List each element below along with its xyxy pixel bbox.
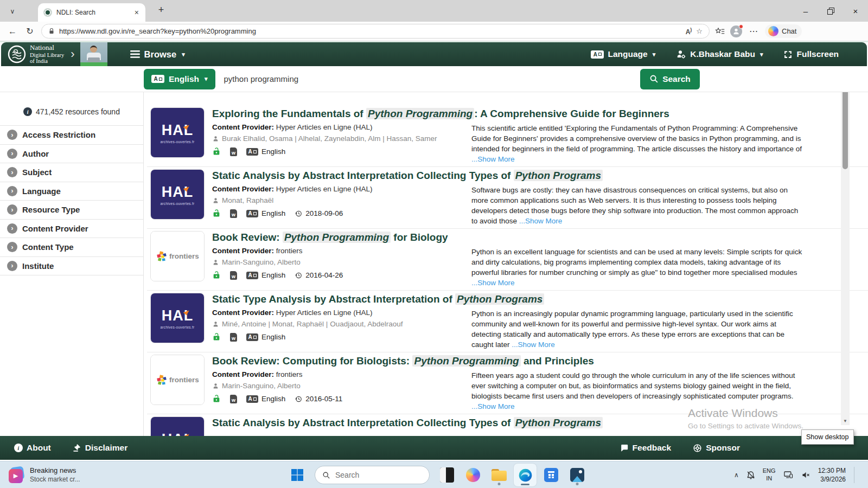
volume-muted-icon[interactable] (801, 470, 811, 480)
browse-menu[interactable]: Browse ▾ (130, 49, 185, 60)
result-title[interactable]: Book Review: Computing for Biologists: P… (212, 355, 804, 368)
copilot-chat-button[interactable]: Chat (765, 24, 802, 38)
result-thumbnail[interactable]: HAL archives-ouvertes.fr frontiers (150, 355, 205, 405)
result-thumbnail[interactable]: HAL archives-ouvertes.fr frontiers (150, 293, 205, 343)
result-title[interactable]: Static Analysis by Abstract Interpretati… (212, 169, 804, 182)
restore-button[interactable] (818, 0, 843, 22)
result-thumbnail[interactable]: HAL archives-ouvertes.fr frontiers (150, 169, 205, 220)
app-icon-copilot[interactable] (462, 464, 484, 486)
info-icon: i (23, 107, 32, 116)
language-menu[interactable]: A Language ▾ (591, 49, 655, 59)
tab-search-menu-button[interactable]: ∨ (4, 4, 21, 18)
search-result: HAL archives-ouvertes.fr frontiers Stati… (147, 291, 868, 352)
search-icon (322, 471, 330, 479)
filter-item[interactable]: › Resource Type (0, 201, 143, 220)
favorite-star-icon[interactable]: ☆ (696, 27, 703, 35)
search-result: HAL archives-ouvertes.fr frontiers Explo… (147, 105, 868, 167)
result-title[interactable]: Static Type Analysis by Abstract Interpr… (212, 293, 804, 306)
result-thumbnail[interactable]: HAL archives-ouvertes.fr frontiers (150, 231, 205, 281)
date-chip: 2018-09-06 (295, 209, 343, 217)
scrollbar-thumb[interactable] (843, 92, 848, 169)
result-description: Fifteen years ago a student could go thr… (471, 370, 804, 412)
filter-item[interactable]: › Institute (0, 257, 143, 276)
taskbar-search-input[interactable] (335, 471, 411, 479)
read-aloud-icon[interactable]: A) (686, 27, 692, 36)
language-indicator[interactable]: ENG IN (763, 467, 776, 483)
address-bar[interactable]: https://www.ndl.gov.in/re_search?key=pyt… (41, 24, 710, 38)
content-provider-line: Content Provider: Hyper Articles en Lign… (212, 309, 471, 317)
favorites-bar-icon[interactable] (715, 27, 725, 36)
filter-item[interactable]: › Content Provider (0, 220, 143, 239)
result-thumbnail[interactable]: HAL archives-ouvertes.fr frontiers (150, 416, 205, 436)
show-more-link[interactable]: ...Show More (471, 155, 515, 163)
news-widget[interactable]: ▶ Breaking news Stock market cr... (5, 465, 84, 484)
show-desktop-tooltip: Show desktop (801, 429, 854, 445)
cast-display-icon[interactable] (783, 470, 794, 480)
open-access-lock-icon (212, 394, 221, 403)
tray-hidden-icons-button[interactable]: ∧ (734, 471, 739, 479)
site-info-lock-icon[interactable] (48, 28, 55, 35)
filter-item[interactable]: › Author (0, 145, 143, 164)
folder-icon (492, 469, 507, 481)
profile-button[interactable] (730, 25, 742, 37)
close-button[interactable]: × (843, 0, 868, 22)
result-authors: Marin-Sanguino, Alberto (212, 382, 471, 390)
assistant-avatar[interactable] (80, 42, 107, 66)
filter-item[interactable]: › Language (0, 182, 143, 201)
taskbar-clock[interactable]: 12:30 PM 3/9/2026 (818, 466, 846, 484)
page-scrollbar[interactable]: ▲ ▼ (841, 92, 850, 425)
scroll-down-icon[interactable]: ▼ (843, 418, 847, 425)
app-icon-file-explorer[interactable] (488, 464, 510, 486)
show-more-link[interactable]: ...Show More (471, 402, 515, 410)
alarms-off-icon[interactable] (746, 470, 756, 480)
search-button[interactable]: Search (640, 69, 700, 89)
about-link[interactable]: i About (14, 443, 51, 453)
feedback-link[interactable]: Feedback (620, 443, 672, 453)
browser-tab[interactable]: NDLI: Search × (38, 3, 145, 22)
app-icon-notebook[interactable] (436, 464, 458, 486)
search-language-selector[interactable]: A English ▾ (144, 69, 215, 89)
site-footer: i About Disclaimer Feedback Sponsor (0, 436, 868, 460)
date-chip: 2016-05-11 (295, 395, 342, 403)
author-icon (212, 259, 219, 266)
new-tab-button[interactable]: + (154, 4, 168, 17)
fullscreen-button[interactable]: Fullscreen (783, 49, 839, 59)
result-title[interactable]: Book Review: Python Programming for Biol… (212, 231, 804, 244)
result-title[interactable]: Exploring the Fundamentals of Python Pro… (212, 107, 804, 120)
taskbar-search[interactable] (315, 466, 430, 484)
content-provider-line: Content Provider: Hyper Articles en Lign… (212, 185, 471, 193)
edge-icon (518, 468, 533, 483)
search-result: HAL archives-ouvertes.fr frontiers Book … (147, 229, 868, 291)
document-type-icon: w (230, 333, 237, 342)
translate-icon: A (246, 210, 258, 217)
back-button[interactable]: ← (7, 27, 18, 36)
more-menu-button[interactable]: ⋯ (748, 26, 760, 36)
search-result: HAL archives-ouvertes.fr frontiers Stati… (147, 167, 868, 229)
start-button[interactable] (286, 464, 309, 486)
show-more-link[interactable]: ...Show More (471, 279, 515, 287)
show-more-link[interactable]: ...Show More (519, 217, 563, 225)
app-icon-edge[interactable] (514, 464, 537, 486)
results-count: i 471,452 resources found (0, 107, 143, 116)
tab-close-icon[interactable]: × (133, 8, 140, 17)
result-thumbnail[interactable]: HAL archives-ouvertes.fr frontiers (150, 107, 205, 158)
filter-item[interactable]: › Content Type (0, 238, 143, 257)
profile-notification-dot (739, 24, 743, 29)
search-input[interactable] (215, 69, 640, 89)
chevron-right-icon: › (7, 186, 17, 196)
result-authors: Burak Elhalid, Osama | Alhelal, Zaynelab… (212, 134, 471, 143)
user-menu[interactable]: K.Bhaskar Babu ▾ (676, 49, 763, 59)
minimize-button[interactable]: – (793, 0, 818, 22)
result-authors: Monat, Raphaël (212, 196, 471, 204)
sponsor-link[interactable]: Sponsor (693, 443, 740, 453)
app-icon-store[interactable] (540, 464, 563, 486)
filter-item[interactable]: › Access Restriction (0, 126, 143, 145)
ndli-logo[interactable] (8, 45, 26, 63)
app-icon-photos[interactable] (566, 464, 589, 486)
refresh-button[interactable]: ↻ (24, 26, 36, 36)
browser-toolbar: ← ↻ https://www.ndl.gov.in/re_search?key… (0, 22, 868, 41)
show-desktop-button[interactable] (861, 461, 865, 488)
filter-item[interactable]: › Subject (0, 163, 143, 182)
disclaimer-link[interactable]: Disclaimer (73, 443, 127, 453)
show-more-link[interactable]: ...Show More (512, 341, 555, 349)
